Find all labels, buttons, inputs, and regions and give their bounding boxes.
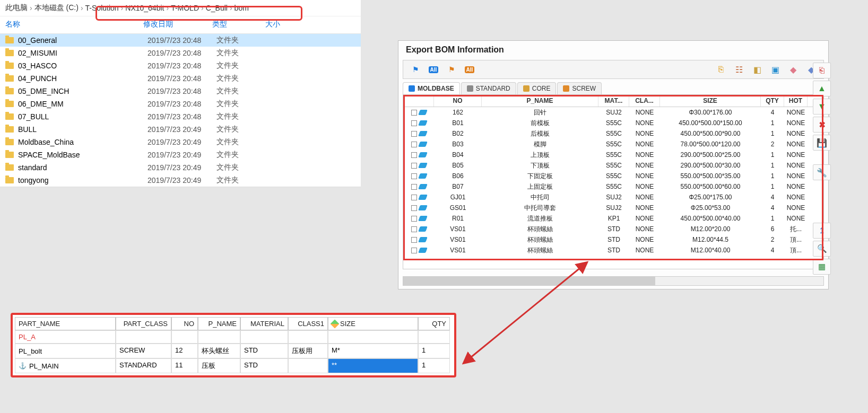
bom-row[interactable]: B06下固定板S55CNONE550.00*500.00*35.001NONE [403,171,823,181]
folder-row[interactable]: 05_DME_INCH2019/7/23 20:48文件夹 [0,85,361,98]
breadcrumb-item[interactable]: 此电脑 [5,3,28,13]
folder-row[interactable]: BULL2019/7/23 20:49文件夹 [0,123,361,136]
tab-moldbase[interactable]: MOLDBASE [403,82,460,94]
bom-row[interactable]: B04上顶板S55CNONE290.00*500.00*25.001NONE [403,150,823,160]
delete-button[interactable]: ✖ [813,117,831,133]
breadcrumb-item[interactable]: bom [235,4,249,12]
tree-button[interactable]: ☷ [731,63,747,76]
folder-row[interactable]: 07_BULL2019/7/23 20:48文件夹 [0,110,361,123]
row-checkbox[interactable] [411,226,417,232]
breadcrumb-item[interactable]: T-Solution [85,4,119,12]
flag-orange-all-button[interactable]: All [462,63,478,76]
cell-part[interactable]: ⚓PL_MAIN [15,358,116,373]
bom-row[interactable]: VS01杯頭螺絲STDNONEM12.00*40.004頂... [403,245,823,256]
cell-class[interactable]: SCREW [116,344,171,358]
col-pname[interactable]: P_NAME [198,317,240,330]
cube-button[interactable]: ◧ [749,63,765,76]
diamond1-button[interactable]: ◆ [785,63,801,76]
bom-row[interactable]: GS01中托司導套SUJ2NONEΦ25.00*53.004NONE [403,203,823,213]
folder-row[interactable]: SPACE_MoldBase2019/7/23 20:49文件夹 [0,148,361,161]
flag-blue-all-button[interactable]: All [426,63,441,76]
cell-pname[interactable]: 压板 [198,358,240,373]
row-checkbox[interactable] [411,237,417,243]
table-row[interactable]: PL_A [15,330,452,344]
explorer-column-headers[interactable]: 名称 修改日期 类型 大小 [0,16,361,34]
folder-row[interactable]: 03_HASCO2019/7/23 20:48文件夹 [0,59,361,72]
row-checkbox[interactable] [411,173,417,179]
col-size[interactable]: SIZE [660,95,761,107]
cell-cls1[interactable]: 压板用 [288,344,328,358]
bom-row[interactable]: GJ01中托司SUJ2NONEΦ25.00*175.004NONE [403,192,823,203]
cell-no[interactable]: 11 [171,358,198,373]
tab-standard[interactable]: STANDARD [461,82,516,94]
col-class1[interactable]: CLASS1 [288,317,328,330]
row-checkbox[interactable] [411,248,417,253]
cell-qty[interactable]: 1 [418,358,450,373]
monitor-button[interactable]: ▣ [767,63,783,76]
table-row[interactable]: PL_boltSCREW12杯头螺丝STD压板用M*1 [15,344,452,358]
excel-button[interactable]: ▦ [813,259,831,275]
cell-part[interactable]: PL_bolt [15,344,116,358]
folder-row[interactable]: 00_General2019/7/23 20:48文件夹 [0,34,361,47]
col-qty[interactable]: QTY [761,95,784,107]
bom-row[interactable]: B05下顶板S55CNONE290.00*500.00*30.001NONE [403,160,823,171]
flag-orange-button[interactable]: ⚑ [444,63,459,76]
breadcrumb-item[interactable]: T-MOLD [171,4,199,12]
col-material[interactable]: MATERIAL [240,317,288,330]
cell-class[interactable]: STANDARD [116,358,171,373]
import-red-button[interactable]: ⎗ [813,63,831,78]
bom-grid-headers[interactable]: NO P_NAME MAT... CLA... SIZE QTY HOT [403,95,823,107]
cell-size[interactable]: ** [328,358,418,373]
folder-row[interactable]: Moldbase_China2019/7/23 20:49文件夹 [0,136,361,148]
col-header-type[interactable]: 类型 [212,20,265,29]
cell-mat[interactable]: STD [240,344,288,358]
settings-button[interactable]: 🔧 [813,164,831,180]
breadcrumb-item[interactable]: C_Bull [206,4,228,12]
bom-row[interactable]: VS01杯頭螺絲STDNONEM12.00*20.006托... [403,224,823,234]
cell-cls1[interactable] [288,358,328,373]
col-part-class[interactable]: PART_CLASS [116,317,171,330]
arrow-up-button[interactable]: ▲ [813,81,831,96]
col-no[interactable]: NO [434,95,482,107]
bom-row[interactable]: B03模脚S55CNONE78.00*500.00*120.002NONE [403,139,823,150]
scrollbar-thumb[interactable] [403,277,655,285]
col-header-date[interactable]: 修改日期 [143,20,212,29]
cell-qty[interactable] [418,330,450,344]
col-cla[interactable]: CLA... [629,95,660,107]
row-checkbox[interactable] [411,205,417,211]
col-size[interactable]: SIZE [328,317,418,330]
row-checkbox[interactable] [411,195,417,200]
row-checkbox[interactable] [411,110,417,116]
cell-pname[interactable] [198,330,240,344]
bom-row[interactable]: B07上固定板S55CNONE550.00*500.00*60.001NONE [403,181,823,192]
tab-core[interactable]: CORE [517,82,557,94]
folder-row[interactable]: tongyong2019/7/23 20:49文件夹 [0,174,361,187]
bom-row[interactable]: 162回针SUJ2NONEΦ30.00*176.004NONE [403,107,823,118]
save-button[interactable]: 💾 [813,135,831,151]
col-qty[interactable]: QTY [418,317,450,330]
cell-size[interactable]: M* [328,344,418,358]
col-mat[interactable]: MAT... [598,95,629,107]
col-part-name[interactable]: PART_NAME [15,317,116,330]
cell-pname[interactable]: 杯头螺丝 [198,344,240,358]
cell-cls1[interactable] [288,330,328,344]
cell-no[interactable]: 12 [171,344,198,358]
col-no[interactable]: NO [171,317,198,330]
bom-row[interactable]: VS01杯頭螺絲STDNONEM12.00*44.52頂... [403,234,823,245]
row-checkbox[interactable] [411,120,417,126]
breadcrumb[interactable]: 此电脑›本地磁盘 (C:)›T-Solution›NX10_64bit›T-MO… [0,0,361,16]
folder-row[interactable]: 02_MISUMI2019/7/23 20:48文件夹 [0,47,361,59]
row-checkbox[interactable] [411,163,417,169]
find-button[interactable]: 🔍 [813,241,831,257]
col-header-size[interactable]: 大小 [265,20,355,29]
folder-row[interactable]: 06_DME_MM2019/7/23 20:48文件夹 [0,98,361,110]
cell-mat[interactable]: STD [240,358,288,373]
horizontal-scrollbar[interactable] [403,276,824,286]
table-row[interactable]: ⚓PL_MAINSTANDARD11压板STD**1 [15,358,452,373]
folder-row[interactable]: 04_PUNCH2019/7/23 20:48文件夹 [0,72,361,85]
flag-blue-button[interactable]: ⚑ [407,63,423,76]
cell-no[interactable] [171,330,198,344]
export-button[interactable]: ⎘ [713,63,729,76]
cell-part[interactable]: PL_A [15,330,116,344]
row-checkbox[interactable] [411,184,417,190]
